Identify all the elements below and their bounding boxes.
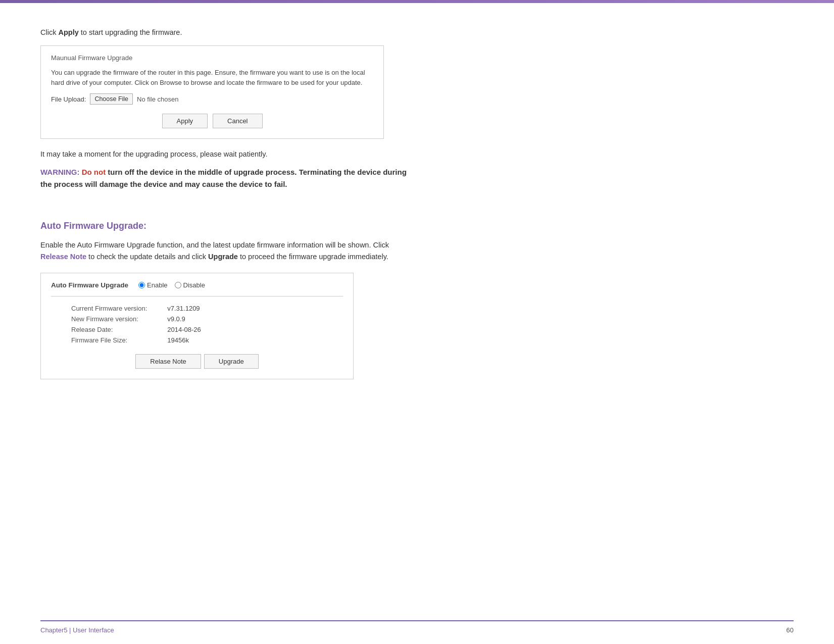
intro-apply-bold: Apply: [58, 28, 78, 36]
file-size-value: 19456k: [167, 336, 201, 344]
file-upload-row: File Upload: Choose File No file chosen: [51, 93, 373, 105]
firmware-labels: Current Firmware version: New Firmware v…: [71, 305, 147, 344]
auto-desc-middle: to check the update details and click: [86, 253, 208, 261]
no-file-text: No file chosen: [137, 95, 178, 103]
main-content: Click Apply to start upgrading the firmw…: [0, 3, 455, 420]
warning-do-not: Do not: [82, 168, 106, 176]
current-firmware-value: v7.31.1209: [167, 305, 201, 312]
file-size-label: Firmware File Size:: [71, 336, 147, 344]
auto-desc-upgrade-bold: Upgrade: [208, 253, 238, 261]
wait-text: It may take a moment for the upgrading p…: [40, 150, 414, 158]
footer-left: Chapter5 | User Interface: [40, 626, 114, 634]
enable-label: Enable: [147, 281, 167, 289]
disable-radio-input[interactable]: [175, 282, 181, 288]
enable-disable-radio-group: Enable Disable: [138, 281, 205, 289]
firmware-details: Current Firmware version: New Firmware v…: [71, 305, 343, 344]
release-note-button[interactable]: Relase Note: [135, 354, 201, 369]
release-date-value: 2014-08-26: [167, 326, 201, 333]
warning-prefix: WARNING:: [40, 168, 80, 176]
footer: Chapter5 | User Interface 60: [40, 620, 794, 634]
new-firmware-value: v9.0.9: [167, 315, 201, 323]
intro-paragraph: Click Apply to start upgrading the firmw…: [40, 28, 414, 36]
auto-firmware-header: Auto Firmware Upgrade Enable Disable: [51, 281, 343, 289]
firmware-values: v7.31.1209 v9.0.9 2014-08-26 19456k: [167, 305, 201, 344]
enable-radio-option[interactable]: Enable: [138, 281, 167, 289]
cancel-button[interactable]: Cancel: [213, 114, 262, 128]
footer-right: 60: [787, 626, 794, 634]
auto-desc-after: to proceed the firmware upgrade immediat…: [238, 253, 388, 261]
auto-firmware-heading: Auto Firmware Upgrade:: [40, 221, 414, 231]
intro-text-after: to start upgrading the firmware.: [79, 28, 182, 36]
auto-desc-before: Enable the Auto Firmware Upgrade functio…: [40, 241, 389, 249]
upgrade-button[interactable]: Upgrade: [204, 354, 259, 369]
file-upload-label: File Upload:: [51, 95, 86, 103]
auto-desc-paragraph: Enable the Auto Firmware Upgrade functio…: [40, 239, 414, 263]
manual-firmware-box-title: Maunual Firmware Upgrade: [51, 54, 373, 62]
warning-paragraph: WARNING: Do not turn off the device in t…: [40, 166, 414, 190]
manual-firmware-button-row: Apply Cancel: [51, 114, 373, 128]
manual-firmware-box: Maunual Firmware Upgrade You can upgrade…: [40, 45, 384, 139]
release-note-link[interactable]: Release Note: [40, 253, 86, 261]
current-firmware-label: Current Firmware version:: [71, 305, 147, 312]
manual-firmware-box-desc: You can upgrade the firmware of the rout…: [51, 68, 373, 87]
divider: [51, 296, 343, 296]
apply-button[interactable]: Apply: [162, 114, 208, 128]
auto-firmware-box: Auto Firmware Upgrade Enable Disable Cur…: [40, 273, 354, 379]
new-firmware-label: New Firmware version:: [71, 315, 147, 323]
intro-text-before: Click: [40, 28, 58, 36]
disable-label: Disable: [183, 281, 205, 289]
auto-button-row: Relase Note Upgrade: [51, 354, 343, 369]
disable-radio-option[interactable]: Disable: [175, 281, 205, 289]
choose-file-button[interactable]: Choose File: [90, 93, 133, 105]
release-date-label: Release Date:: [71, 326, 147, 333]
auto-firmware-box-title: Auto Firmware Upgrade: [51, 281, 128, 289]
enable-radio-input[interactable]: [138, 282, 145, 288]
